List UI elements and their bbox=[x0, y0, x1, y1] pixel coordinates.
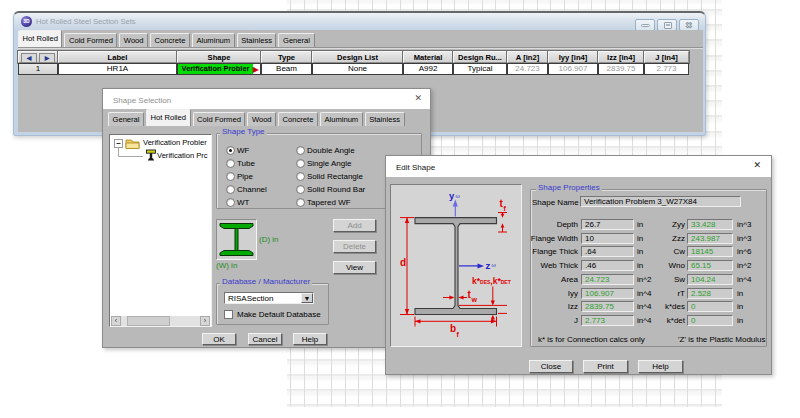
svg-text:f: f bbox=[504, 205, 507, 212]
svg-text:z: z bbox=[486, 260, 491, 271]
svg-text:ω: ω bbox=[456, 193, 461, 199]
svg-text:d: d bbox=[400, 257, 406, 268]
svg-text:ω: ω bbox=[492, 262, 497, 268]
svg-text:w: w bbox=[471, 296, 478, 303]
svg-text:y: y bbox=[449, 190, 455, 201]
svg-text:f: f bbox=[457, 331, 460, 338]
svg-text:b: b bbox=[450, 323, 456, 334]
svg-text:k*DES,k*DET: k*DES,k*DET bbox=[472, 276, 511, 286]
